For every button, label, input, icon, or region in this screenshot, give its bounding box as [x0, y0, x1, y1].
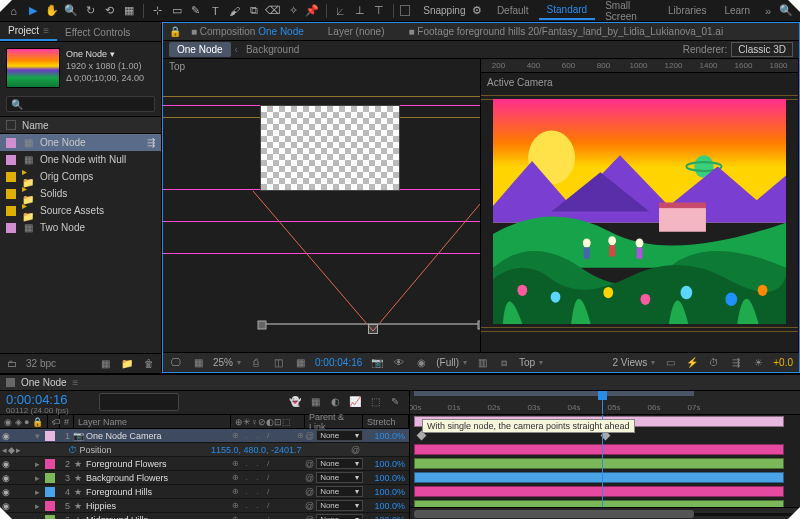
layer-switches[interactable]: ⊕../ — [231, 473, 305, 483]
add-key-icon[interactable]: ◆ — [8, 445, 15, 455]
stretch-value[interactable]: 100.0% — [363, 487, 409, 497]
workspace-smallscreen[interactable]: Small Screen — [597, 0, 658, 25]
current-timecode[interactable]: 0:00:04:16 — [6, 393, 69, 406]
expand-toggle[interactable]: ▸ — [32, 473, 42, 483]
layer-color[interactable] — [45, 501, 55, 511]
label-swatch[interactable] — [6, 138, 16, 148]
pickwhip-icon[interactable]: @ — [305, 473, 314, 483]
text-tool-icon[interactable]: T — [208, 3, 223, 19]
local-axis-icon[interactable]: ⟀ — [333, 3, 348, 19]
layer-switches[interactable]: ⊕../ — [231, 515, 305, 520]
viewer-timecode[interactable]: 0:00:04:16 — [315, 357, 362, 368]
stretch-value[interactable]: 100.0% — [363, 459, 409, 469]
layer-bar[interactable] — [414, 458, 784, 469]
pickwhip-icon[interactable]: @ — [305, 487, 314, 497]
transparency-icon[interactable]: ▦ — [293, 356, 307, 370]
col-stretch[interactable]: Stretch — [363, 415, 409, 428]
name-column-header[interactable]: Name — [22, 120, 49, 131]
layer-switches[interactable]: ⊕../ — [231, 501, 305, 511]
pickwhip-icon[interactable]: @ — [305, 515, 314, 520]
hand-tool-icon[interactable]: ✋ — [45, 3, 60, 19]
new-folder-icon[interactable]: 📁 — [119, 357, 135, 371]
brainstorm-icon[interactable]: ✎ — [387, 393, 403, 409]
view-layout-icon[interactable]: ▥ — [475, 356, 489, 370]
selection-tool-icon[interactable]: ▶ — [25, 3, 40, 19]
layer-switches[interactable]: ⊕../⊕ — [231, 431, 305, 441]
3d-view-icon[interactable]: ⧈ — [497, 356, 511, 370]
layer-row[interactable]: ◉ ▸ 6 ★ Midground Hills ⊕../ @None▾ 100.… — [0, 513, 409, 519]
layer-switches[interactable]: ⊕../ — [231, 459, 305, 469]
workspace-default[interactable]: Default — [489, 2, 537, 19]
asset-row[interactable]: ▦ One Node ⇶ — [0, 134, 161, 151]
anchor-tool-icon[interactable]: ⊹ — [150, 3, 165, 19]
fast-preview-icon[interactable]: ⚡ — [685, 356, 699, 370]
layer-switches[interactable]: ⊕../ — [231, 487, 305, 497]
interpret-footage-icon[interactable]: 🗀 — [4, 357, 20, 371]
camera-node[interactable] — [368, 324, 378, 334]
parent-dropdown[interactable]: None▾ — [316, 500, 363, 511]
property-value[interactable]: 1155.0, 480.0, -2401.7 — [211, 445, 351, 455]
tab-effect-controls[interactable]: Effect Controls — [57, 24, 138, 41]
label-swatch[interactable] — [6, 189, 16, 199]
snapping-options-icon[interactable]: ⚙ — [470, 3, 485, 19]
frame-blend-icon[interactable]: ▦ — [307, 393, 323, 409]
pickwhip-icon[interactable]: @ — [305, 459, 314, 469]
pixel-aspect-icon[interactable]: ▭ — [663, 356, 677, 370]
workspace-more-icon[interactable]: » — [760, 3, 776, 19]
world-axis-icon[interactable]: ⊥ — [352, 3, 367, 19]
layer-bar[interactable] — [414, 472, 784, 483]
layer-name[interactable]: Midground Hills — [84, 515, 231, 520]
layer-bar[interactable] — [414, 444, 784, 455]
grid-icon[interactable]: ▦ — [191, 356, 205, 370]
viewport-top[interactable]: Top — [163, 59, 481, 352]
layer-name[interactable]: Foreground Hills — [84, 487, 231, 497]
visibility-toggle[interactable]: ◉ — [0, 473, 12, 483]
label-swatch[interactable] — [6, 155, 16, 165]
layer-color[interactable] — [45, 487, 55, 497]
pen-tool-icon[interactable]: ✎ — [188, 3, 203, 19]
flowchart-icon[interactable]: ⇶ — [147, 137, 155, 148]
layer-row[interactable]: ◉ ▸ 2 ★ Foreground Flowers ⊕../ @None▾ 1… — [0, 457, 409, 471]
reset-exposure-icon[interactable]: ☀ — [751, 356, 765, 370]
comp-name[interactable]: One Node ▾ — [66, 48, 144, 60]
label-swatch[interactable] — [6, 206, 16, 216]
property-row[interactable]: ◂◆▸ ⏱ Position 1155.0, 480.0, -2401.7 @ — [0, 443, 409, 457]
expand-toggle[interactable]: ▸ — [32, 459, 42, 469]
pickwhip-icon[interactable]: @ — [305, 501, 314, 511]
layer-row[interactable]: ◉ ▸ 5 ★ Hippies ⊕../ @None▾ 100.0% — [0, 499, 409, 513]
view-tab-background[interactable]: Background — [238, 42, 307, 57]
snapshot-icon[interactable]: 📷 — [370, 356, 384, 370]
channel-icon[interactable]: ◉ — [414, 356, 428, 370]
panel-lock-icon[interactable]: 🔒 — [169, 26, 181, 37]
footage-tab[interactable]: ■ Footage foreground hills 20/Fantasy_la… — [409, 26, 724, 37]
timeline-icon[interactable]: ⏱ — [707, 356, 721, 370]
expand-toggle[interactable]: ▸ — [32, 515, 42, 520]
expand-toggle[interactable]: ▾ — [32, 431, 42, 441]
layer-bar[interactable] — [414, 486, 784, 497]
orbit-tool-icon[interactable]: ↻ — [83, 3, 98, 19]
shape-tool-icon[interactable]: ▭ — [169, 3, 184, 19]
visibility-toggle[interactable]: ◉ — [0, 459, 12, 469]
layer-row[interactable]: ◉ ▸ 4 ★ Foreground Hills ⊕../ @None▾ 100… — [0, 485, 409, 499]
time-ruler[interactable]: ;00s01s02s03s04s05s06s07s — [410, 391, 800, 415]
layer-row[interactable]: ◉ ▾ 1 📷 One Node Camera ⊕../⊕ @None▾ 100… — [0, 429, 409, 443]
cti-head[interactable] — [602, 391, 603, 414]
brush-tool-icon[interactable]: 🖌 — [227, 3, 242, 19]
stopwatch-icon[interactable]: ⏱ — [68, 445, 77, 455]
layer-name[interactable]: Foreground Flowers — [84, 459, 231, 469]
layer-color[interactable] — [45, 473, 55, 483]
next-key-icon[interactable]: ▸ — [16, 445, 21, 455]
asset-row[interactable]: ▸ 📁 Source Assets — [0, 202, 161, 219]
rotation-tool-icon[interactable]: ⟲ — [102, 3, 117, 19]
camera-tool-icon[interactable]: ▦ — [122, 3, 137, 19]
trash-icon[interactable]: 🗑 — [141, 357, 157, 371]
zoom-dropdown[interactable]: 25% — [213, 357, 241, 368]
layer-name[interactable]: One Node Camera — [84, 431, 231, 441]
label-swatch[interactable] — [6, 172, 16, 182]
pickwhip-icon[interactable]: @ — [305, 431, 314, 441]
layer-color[interactable] — [45, 431, 55, 441]
expand-toggle[interactable]: ▸ — [32, 487, 42, 497]
visibility-toggle[interactable]: ◉ — [0, 431, 12, 441]
label-column-icon[interactable] — [6, 120, 16, 130]
col-layer-name[interactable]: Layer Name — [74, 415, 231, 428]
